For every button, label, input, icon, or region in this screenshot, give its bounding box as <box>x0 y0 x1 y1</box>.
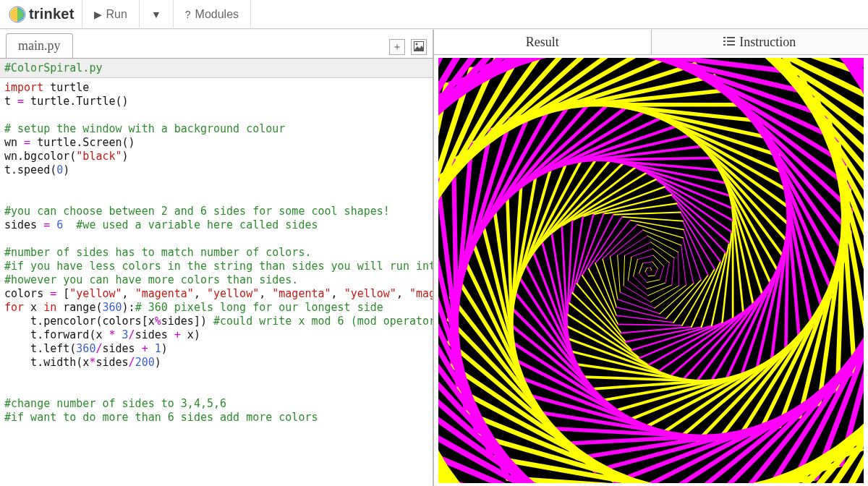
tok: / <box>129 356 135 369</box>
tok <box>50 218 56 231</box>
modules-label: Modules <box>195 8 239 21</box>
tok: x) <box>181 328 200 341</box>
tab-result[interactable]: Result <box>434 30 652 54</box>
tok: % <box>155 315 161 328</box>
tok: , <box>331 287 344 300</box>
tok: t.forward(x <box>4 328 109 341</box>
output-pane: Result Instruction <box>434 30 868 486</box>
chevron-down-icon: ▼ <box>151 9 161 20</box>
file-tab-label: main.py <box>18 38 61 53</box>
comment: #change number of sides to 3,4,5,6 <box>4 397 226 410</box>
run-dropdown-button[interactable]: ▼ <box>139 0 173 29</box>
comment: #we used a variable here called sides <box>63 218 318 231</box>
code-editor[interactable]: import turtle t = turtle.Turtle() # setu… <box>0 78 433 486</box>
tok: = <box>50 287 56 300</box>
brand-logo[interactable]: trinket <box>6 6 82 23</box>
tok: x <box>24 301 43 314</box>
tok: , <box>259 287 272 300</box>
comment: #you can choose between 2 and 6 sides fo… <box>4 205 390 218</box>
code-first-line: #ColorSpiral.py <box>0 59 433 78</box>
tok: sides <box>102 342 141 355</box>
header-comment: #ColorSpiral.py <box>4 61 102 74</box>
tok: colors <box>4 287 50 300</box>
tok: , <box>122 287 135 300</box>
tok: t.width(x <box>4 356 89 369</box>
turtle-canvas <box>438 58 864 483</box>
tok: sides <box>4 218 43 231</box>
kw-import: import <box>4 81 43 94</box>
brand-name: trinket <box>29 6 75 22</box>
tok: t.pencolor(colors[x <box>4 315 155 328</box>
tok: ): <box>122 301 135 314</box>
tok: sides]) <box>161 315 213 328</box>
top-toolbar: trinket ▶ Run ▼ ? Modules <box>0 0 868 29</box>
tok: * <box>109 328 116 341</box>
str: "yellow" <box>344 287 396 300</box>
tok <box>148 342 155 355</box>
tok: ) <box>63 163 69 176</box>
tok: ) <box>122 150 129 163</box>
plus-icon: ＋ <box>392 40 402 54</box>
image-icon <box>414 41 424 54</box>
file-tab-main[interactable]: main.py <box>6 33 73 58</box>
trinket-logo-icon <box>9 6 26 23</box>
tok: [ <box>56 287 69 300</box>
num: 200 <box>135 356 155 369</box>
tok: t.left( <box>4 342 76 355</box>
num: 360 <box>102 301 122 314</box>
comment: #however you can have more colors than s… <box>4 273 298 286</box>
tok: ) <box>155 356 161 369</box>
comment: #if want to do more than 6 sides add mor… <box>4 411 318 424</box>
run-label: Run <box>106 8 127 21</box>
tok: t.speed( <box>4 163 56 176</box>
tok: = <box>24 136 30 149</box>
svg-point-2 <box>416 43 418 45</box>
tok: , <box>194 287 207 300</box>
num: 360 <box>76 342 95 355</box>
tok: t <box>4 95 17 108</box>
output-tabbar: Result Instruction <box>434 30 868 55</box>
tok: = <box>17 95 24 108</box>
image-library-button[interactable] <box>411 39 427 55</box>
svg-rect-6 <box>727 40 735 42</box>
num: 0 <box>56 163 63 176</box>
svg-rect-8 <box>727 44 735 46</box>
tok: wn <box>4 136 24 149</box>
tok: = <box>43 218 50 231</box>
add-file-button[interactable]: ＋ <box>389 39 405 55</box>
str: "magenta" <box>272 287 331 300</box>
svg-rect-5 <box>723 40 726 42</box>
tok: range( <box>56 301 102 314</box>
num: 1 <box>155 342 161 355</box>
str: "black" <box>76 150 122 163</box>
str: "yellow" <box>69 287 122 300</box>
list-icon <box>723 35 735 50</box>
kw-for: for <box>4 301 24 314</box>
tok: ) <box>161 342 168 355</box>
run-button[interactable]: ▶ Run <box>82 0 139 29</box>
str: "magenta" <box>135 287 194 300</box>
instructions-label: Instruction <box>739 35 796 50</box>
tok: / <box>129 328 135 341</box>
tok: turtle <box>43 81 89 94</box>
tok: sides <box>135 328 174 341</box>
comment: #if you have less colors in the string t… <box>4 260 433 273</box>
tok: , <box>396 287 409 300</box>
num: 6 <box>56 218 63 231</box>
num: 3 <box>122 328 129 341</box>
result-label: Result <box>526 35 559 50</box>
svg-rect-7 <box>723 44 726 46</box>
str: "yellow" <box>207 287 259 300</box>
editor-pane: main.py ＋ #ColorSpiral.py import turtle … <box>0 30 434 486</box>
turtle-canvas-wrap <box>438 58 864 483</box>
modules-button[interactable]: ? Modules <box>173 0 251 29</box>
comment: #could write x mod 6 (mod operator) but <box>213 315 433 328</box>
tok: + <box>142 342 148 355</box>
tok <box>116 328 122 341</box>
comment: # setup the window with a background col… <box>4 122 285 135</box>
svg-rect-3 <box>723 37 726 38</box>
svg-rect-4 <box>727 37 735 38</box>
tok: sides <box>95 356 128 369</box>
tab-instructions[interactable]: Instruction <box>652 30 869 54</box>
tok: + <box>174 328 181 341</box>
